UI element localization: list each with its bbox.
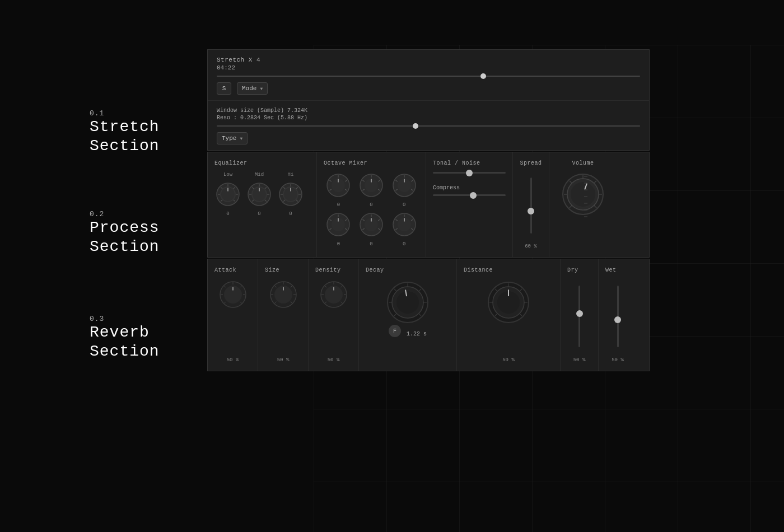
attack-knob[interactable] — [218, 280, 248, 309]
octave-knob-t3[interactable] — [391, 172, 418, 199]
spread-slider-thumb[interactable] — [528, 208, 534, 214]
eq-low-knob[interactable] — [214, 181, 241, 208]
dry-slider-thumb[interactable] — [576, 310, 583, 317]
stretch-section: Stretch X 4 04:22 S Mode ▼ Window size (… — [207, 49, 650, 151]
reso-slider-track[interactable] — [217, 125, 640, 127]
octave-knob-t2[interactable] — [358, 172, 385, 199]
dry-block: Dry 50 % — [561, 259, 599, 371]
process-section: Equalizer Low — [207, 152, 650, 258]
size-value: 50 % — [277, 353, 290, 363]
spread-slider-container — [530, 178, 532, 234]
reso-slider-row — [217, 125, 640, 127]
dry-value: 50 % — [573, 353, 586, 363]
wet-title: Wet — [605, 267, 617, 273]
reverb-name: ReverbSection — [90, 323, 160, 361]
octave-val-t2: 0 — [370, 202, 372, 208]
stretch-section-label: 0.1 StretchSection — [90, 109, 160, 155]
reverb-section-label: 0.3 ReverbSection — [90, 315, 160, 361]
octave-bot-3: 0 — [389, 211, 419, 247]
process-name: ProcessSection — [90, 218, 160, 256]
size-block: Size 50 % — [258, 259, 309, 371]
attack-title: Attack — [214, 267, 236, 273]
volume-block: Volume — [549, 152, 617, 257]
eq-low-group: Low — [214, 172, 241, 217]
octave-bot-1: 0 — [324, 211, 353, 247]
distance-knob[interactable] — [486, 280, 531, 325]
compress-slider-thumb[interactable] — [470, 192, 477, 199]
type-label: Type — [222, 135, 236, 142]
process-section-label: 0.2 ProcessSection — [90, 210, 160, 256]
stretch-title: Stretch X 4 — [217, 57, 640, 63]
eq-hi-group: Hi — [277, 172, 304, 217]
octave-top-2: 0 — [357, 172, 386, 208]
density-knob[interactable] — [319, 280, 348, 309]
dry-title: Dry — [567, 267, 578, 273]
decay-inner: F 1.22 s — [389, 325, 427, 337]
spread-title: Spread — [520, 160, 542, 166]
type-dropdown[interactable]: Type ▼ — [217, 132, 248, 144]
octave-block: Octave Mixer — [317, 152, 426, 257]
mode-dropdown[interactable]: Mode ▼ — [237, 82, 268, 95]
dry-slider-container — [578, 286, 580, 347]
decay-title: Decay — [366, 267, 384, 273]
mode-label: Mode — [242, 85, 256, 92]
octave-val-b1: 0 — [337, 241, 340, 247]
plugin-area: Stretch X 4 04:22 S Mode ▼ Window size (… — [207, 49, 650, 371]
eq-low-value: 0 — [226, 211, 229, 217]
decay-knob[interactable] — [385, 280, 430, 325]
density-value: 50 % — [328, 353, 340, 363]
octave-knob-b2[interactable] — [358, 211, 385, 238]
spread-slider-track[interactable] — [530, 178, 532, 234]
tonal-slider-thumb[interactable] — [466, 170, 473, 176]
section-labels: 0.1 StretchSection 0.2 ProcessSection 0.… — [90, 0, 190, 532]
eq-hi-knob[interactable] — [277, 181, 304, 208]
stretch-slider-thumb[interactable] — [480, 73, 486, 79]
eq-mid-group: Mid — [246, 172, 273, 217]
tonal-block: Tonal / Noise Compress — [426, 152, 513, 257]
wet-block: Wet 50 % — [599, 259, 637, 371]
octave-grid: 0 0 — [324, 172, 419, 247]
octave-val-t1: 0 — [337, 202, 340, 208]
compress-label: Compress — [433, 185, 506, 191]
size-knob[interactable] — [269, 280, 298, 309]
size-title: Size — [265, 267, 279, 273]
octave-top-3: 0 — [389, 172, 419, 208]
eq-mid-knob[interactable] — [246, 181, 273, 208]
octave-knob-b3[interactable] — [391, 211, 418, 238]
decay-f-button[interactable]: F — [389, 325, 401, 337]
stretch-name: StretchSection — [90, 118, 160, 155]
volume-title: Volume — [572, 160, 594, 166]
wet-slider-track[interactable] — [617, 286, 619, 347]
eq-mid-value: 0 — [258, 211, 260, 217]
reso-slider-thumb[interactable] — [413, 123, 418, 129]
stretch-slider-track[interactable] — [217, 76, 640, 77]
tonal-slider-track[interactable] — [433, 172, 506, 174]
reso-info: Reso : 0.2834 Sec (5.88 Hz) — [217, 115, 640, 121]
stretch-bottom: Window size (Sample) 7.324K Reso : 0.283… — [208, 101, 649, 150]
eq-hi-label: Hi — [288, 172, 294, 178]
stretch-time: 04:22 — [217, 64, 640, 71]
eq-low-label: Low — [223, 172, 232, 178]
distance-value: 50 % — [502, 353, 515, 363]
compress-slider-track[interactable] — [433, 194, 506, 196]
octave-val-b2: 0 — [370, 241, 372, 247]
stretch-controls: S Mode ▼ — [217, 82, 640, 95]
type-controls: Type ▼ — [217, 132, 640, 144]
eq-block: Equalizer Low — [208, 152, 317, 257]
svg-point-132 — [396, 291, 419, 314]
spread-block: Spread 60 % — [513, 152, 549, 257]
decay-block: Decay F 1.22 s — [359, 259, 457, 371]
tonal-title: Tonal / Noise — [433, 160, 506, 166]
stretch-slider-row — [217, 76, 640, 77]
octave-knob-b1[interactable] — [325, 211, 352, 238]
s-button[interactable]: S — [217, 82, 231, 95]
octave-knob-t1[interactable] — [325, 172, 352, 199]
density-block: Density 50 % — [309, 259, 359, 371]
octave-bot-2: 0 — [357, 211, 386, 247]
dry-slider-track[interactable] — [578, 286, 580, 347]
distance-block: Distance 50 % — [457, 259, 561, 371]
octave-top-1: 0 — [324, 172, 353, 208]
wet-slider-thumb[interactable] — [614, 316, 621, 323]
reverb-number: 0.3 — [90, 315, 160, 323]
attack-block: Attack 50 % — [208, 259, 258, 371]
